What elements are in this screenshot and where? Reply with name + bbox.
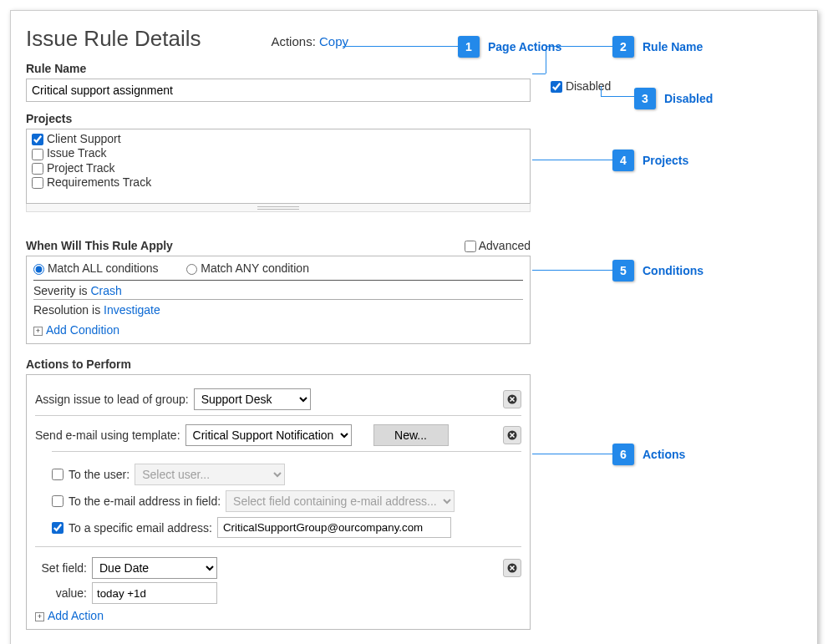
condition-verb: is <box>79 284 87 297</box>
set-field-select[interactable]: Due Date <box>92 557 217 579</box>
when-apply-label: When Will This Rule Apply <box>26 239 173 252</box>
project-name: Client Support <box>47 132 121 145</box>
callout-badge: 4 <box>612 150 634 171</box>
projects-label: Projects <box>26 112 544 125</box>
add-condition-link[interactable]: Add Condition <box>46 323 119 337</box>
to-field-label: To the e-mail address in field: <box>69 494 221 508</box>
callout-label: Rule Name <box>643 40 703 53</box>
callout-label: Actions <box>643 448 685 461</box>
callout-label: Disabled <box>664 92 713 105</box>
to-field-checkbox[interactable] <box>52 495 63 507</box>
callout-badge: 6 <box>612 444 634 465</box>
project-name: Requirements Track <box>47 175 151 189</box>
expand-icon[interactable]: + <box>33 327 43 336</box>
expand-icon[interactable]: + <box>35 612 44 621</box>
actions-perform-label: Actions to Perform <box>26 357 544 371</box>
projects-listbox[interactable]: Client Support Issue Track Project Track… <box>26 129 531 204</box>
set-value-input[interactable] <box>92 582 217 604</box>
match-any-label: Match ANY condition <box>201 261 309 275</box>
email-template-label: Send e-mail using template: <box>35 428 180 442</box>
condition-field: Resolution <box>33 303 89 317</box>
condition-value-link[interactable]: Investigate <box>104 303 160 317</box>
callout-badge: 1 <box>458 36 480 58</box>
advanced-label: Advanced <box>479 239 531 252</box>
delete-action-button[interactable] <box>503 390 521 408</box>
project-name: Project Track <box>47 161 115 175</box>
project-checkbox[interactable] <box>32 163 43 175</box>
callout-badge: 3 <box>634 88 656 109</box>
match-any-option[interactable]: Match ANY condition <box>186 261 309 275</box>
disabled-checkbox[interactable] <box>551 81 562 93</box>
condition-value-link[interactable]: Crash <box>90 284 121 297</box>
condition-field: Severity <box>33 284 76 297</box>
project-checkbox[interactable] <box>32 134 43 145</box>
set-field-label: Set field: <box>35 561 87 575</box>
condition-row: Resolution is Investigate <box>33 299 523 318</box>
callout-label: Projects <box>643 154 688 167</box>
rule-name-input[interactable] <box>26 79 531 102</box>
email-template-select[interactable]: Critical Support Notification <box>185 424 352 446</box>
callout-badge: 5 <box>612 260 634 281</box>
project-checkbox[interactable] <box>32 149 43 160</box>
to-address-input[interactable] <box>217 517 451 538</box>
page-title: Issue Rule Details <box>26 26 201 52</box>
match-all-label: Match ALL conditions <box>48 261 159 275</box>
advanced-checkbox[interactable] <box>465 241 476 252</box>
assign-label: Assign issue to lead of group: <box>35 393 189 406</box>
to-address-checkbox[interactable] <box>52 522 63 534</box>
to-field-select: Select field containing e-mail address..… <box>226 490 455 512</box>
condition-row: Severity is Crash <box>33 280 523 299</box>
callout-label: Page Actions <box>488 40 561 53</box>
new-template-button[interactable]: New... <box>373 424 449 446</box>
callout-label: Conditions <box>643 264 704 277</box>
assign-group-select[interactable]: Support Desk <box>194 388 311 410</box>
resize-handle[interactable] <box>26 204 531 212</box>
to-user-select: Select user... <box>135 464 285 485</box>
add-action-link[interactable]: Add Action <box>48 609 104 622</box>
to-user-label: To the user: <box>69 468 130 481</box>
value-label: value: <box>35 586 87 600</box>
project-checkbox[interactable] <box>32 177 43 189</box>
actions-label: Actions: <box>271 34 315 48</box>
match-all-option[interactable]: Match ALL conditions <box>33 261 158 275</box>
callout-badge: 2 <box>612 36 634 58</box>
delete-action-button[interactable] <box>503 559 521 577</box>
to-address-label: To a specific email address: <box>69 521 212 535</box>
to-user-checkbox[interactable] <box>52 469 63 480</box>
project-name: Issue Track <box>47 146 107 160</box>
delete-action-button[interactable] <box>503 426 521 444</box>
rule-name-label: Rule Name <box>26 62 544 75</box>
disabled-label: Disabled <box>566 79 611 93</box>
condition-verb: is <box>92 303 100 317</box>
